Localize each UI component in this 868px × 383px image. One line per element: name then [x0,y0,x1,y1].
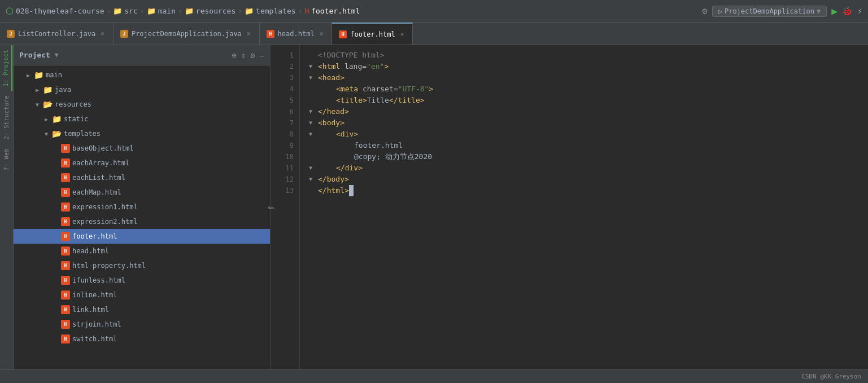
tab-listcontroller[interactable]: J ListController.java ✕ [0,23,114,45]
breadcrumb-main[interactable]: main [158,7,176,15]
tree-item-ifunless[interactable]: H ifunless.html [14,273,270,288]
tree-item-link[interactable]: H link.html [14,302,270,317]
tree-item-strjoin[interactable]: H strjoin.html [14,317,270,332]
line-num-5: 5 [274,95,299,106]
fold-11[interactable]: ▼ [309,162,316,174]
code-line-4: <meta charset = "UTF-8" > [309,83,868,95]
breadcrumb-file[interactable]: footer.html [311,7,360,15]
code-content[interactable]: <!DOCTYPE html> ▼ <html lang = "en" > ▼ … [300,45,868,369]
tab-head[interactable]: H head.html ✕ [260,23,333,45]
run-config-label: ProjectDemoApplication [725,7,814,15]
html-icon-2: H [339,30,347,38]
arrow-main: ▶ [25,72,32,78]
tab-close-head[interactable]: ✕ [318,29,325,38]
status-text: CSDN @KK-Greyson [801,373,861,380]
run-config-dropdown[interactable]: ▷ ProjectDemoApplication ▼ [712,6,827,17]
tree-item-htmlproperty[interactable]: H html-property.html [14,258,270,273]
tree-item-static[interactable]: ▶ 📁 static [14,112,270,126]
status-bar: CSDN @KK-Greyson [0,369,868,383]
fold-6[interactable]: ▼ [309,106,316,117]
code-line-13: </html> [309,185,868,196]
label-baseobject: baseObject.html [72,144,133,152]
label-footer: footer.html [72,232,117,240]
project-icon: ⬡ [6,6,14,16]
label-expression2: expression2.html [72,218,138,226]
tab-label-4: footer.html [350,30,395,38]
line-num-7: 7 [274,117,299,129]
java-icon: J [7,30,15,38]
tab-close-footer[interactable]: ✕ [399,30,406,38]
label-switch: switch.html [72,335,117,343]
vtab-web[interactable]: 7: Web [1,144,12,175]
arrow-templates: ▼ [43,131,50,137]
tree-item-templates[interactable]: ▼ 📂 templates [14,126,270,141]
vtab-project[interactable]: 1: Project [1,45,12,91]
line-num-9: 9 [274,140,299,151]
breadcrumb-resources[interactable]: resources [196,7,235,15]
tree-item-java[interactable]: ▶ 📁 java [14,82,270,97]
line-num-12: 12 [274,174,299,185]
tab-label-2: ProjectDemoApplication.java [132,30,242,38]
settings-panel-icon[interactable]: ⚙ [250,51,255,60]
main-icon: 📁 [147,7,156,15]
breadcrumb-src[interactable]: src [124,7,137,15]
tree-item-head[interactable]: H head.html [14,244,270,258]
html-file-icon-9: H [61,261,70,270]
arrow-static: ▶ [43,116,50,122]
fold-2[interactable]: ▼ [309,61,316,72]
code-line-6: ▼ </head> [309,106,868,117]
folder-icon-static: 📁 [52,115,62,124]
arrow-java: ▶ [34,87,41,93]
tab-footer[interactable]: H footer.html ✕ [332,23,413,45]
tree-item-footer[interactable]: H footer.html [14,229,270,244]
debug-icon[interactable]: 🐞 [842,6,853,16]
vtab-structure[interactable]: 2: Structure [1,91,12,144]
file-panel: Project ▼ ⊕ ⇕ ⚙ — ▶ 📁 main ▶ 📁 java ▼ [14,45,271,369]
html-icon: H [267,30,274,38]
src-icon: 📁 [113,7,122,15]
line-num-11: 11 [274,162,299,174]
fold-3[interactable]: ▼ [309,72,316,83]
tab-close-projectdemo[interactable]: ✕ [245,29,252,38]
fold-7[interactable]: ▼ [309,117,316,129]
tree-item-inline[interactable]: H inline.html [14,288,270,302]
tab-close-listcontroller[interactable]: ✕ [99,29,106,38]
code-line-5: <title> Title </title> [309,95,868,106]
line-numbers: 1 2 3 4 5 6 7 8 9 10 11 12 13 [274,45,300,369]
label-eachmap: eachMap.html [72,188,121,196]
fold-8[interactable]: ▼ [309,129,316,140]
tree-item-baseobject[interactable]: H baseObject.html [14,141,270,156]
panel-title: Project [19,51,50,59]
code-doctype: <!DOCTYPE html> [318,50,384,61]
tree-item-switch[interactable]: H switch.html [14,332,270,346]
locate-icon[interactable]: ⊕ [232,51,236,60]
text-cursor [349,185,354,196]
breadcrumb-project[interactable]: 028-thymeleaf-course [16,7,104,15]
line-num-1: 1 [274,50,299,61]
fold-12[interactable]: ▼ [309,174,316,185]
breadcrumb-templates[interactable]: templates [256,7,295,15]
close-panel-icon[interactable]: — [260,51,264,60]
profile-icon[interactable]: ⚡ [857,6,862,16]
code-line-8: ▼ <div> [309,129,868,140]
tree-item-eachlist[interactable]: H eachList.html [14,170,270,185]
html-file-icon-10: H [61,276,70,285]
settings-icon: ⚙ [702,6,708,16]
tab-projectdemoapplication[interactable]: J ProjectDemoApplication.java ✕ [114,23,260,45]
tree-item-resources[interactable]: ▼ 📂 resources [14,97,270,112]
top-bar: ⬡ 028-thymeleaf-course › 📁 src › 📁 main … [0,0,868,23]
tree-item-main[interactable]: ▶ 📁 main [14,68,270,82]
html-file-icon-13: H [61,320,70,329]
tree-item-expression1[interactable]: H expression1.html [14,200,270,214]
tree-item-eacharray[interactable]: H eachArray.html [14,156,270,170]
label-expression1: expression1.html [72,203,138,211]
run-config-icon: ▷ [718,7,722,15]
tree-item-expression2[interactable]: H expression2.html [14,214,270,229]
label-resources: resources [55,100,91,108]
run-button[interactable]: ▶ [831,5,838,17]
folder-icon-java: 📁 [43,85,53,94]
collapse-icon[interactable]: ⇕ [241,51,246,60]
html-file-icon: H [61,144,70,153]
tree-item-eachmap[interactable]: H eachMap.html [14,185,270,200]
label-link: link.html [72,306,109,314]
